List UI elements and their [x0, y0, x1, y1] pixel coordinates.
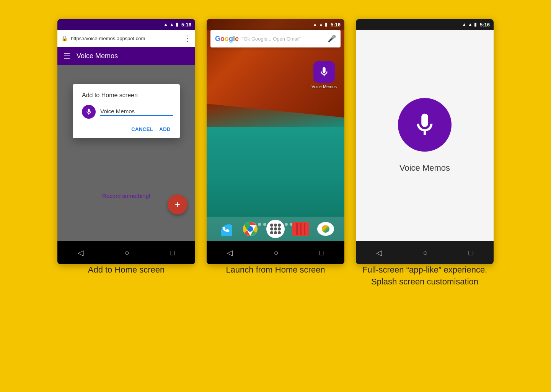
phone1-app-title: Voice Memos	[77, 52, 118, 60]
dialog-mic-icon	[82, 105, 96, 119]
battery-icon: ▮	[325, 22, 328, 27]
signal-icon: ▲	[462, 22, 466, 27]
add-button[interactable]: ADD	[159, 126, 171, 132]
phone1-time: 5:16	[181, 22, 191, 28]
phone1-url: https://voice-memos.appspot.com	[71, 36, 181, 41]
phone1-dialog: Add to Home screen CANCEL ADD	[73, 84, 180, 138]
battery-icon: ▮	[176, 22, 178, 27]
cancel-button[interactable]: CANCEL	[131, 126, 153, 132]
wifi-icon: ▲	[319, 22, 323, 27]
splash-app-name: Voice Memos	[399, 163, 450, 173]
fab-button[interactable]: +	[168, 194, 187, 214]
phone1: ▲ ▲ ▮ 5:16 🔒 https://voice-memos.appspot…	[57, 19, 195, 264]
back-icon[interactable]: ◁	[227, 248, 233, 257]
phone2-wrapper: ▲ ▲ ▮ 5:16 Google "Ok Google... Open Gma…	[207, 19, 344, 288]
google-search-text: "Ok Google... Open Gmail"	[242, 36, 324, 42]
phone3-status-bar: ▲ ▲ ▮ 5:16	[356, 19, 494, 30]
phone2-status-icons: ▲ ▲ ▮ 5:16	[313, 22, 341, 28]
menu-dots[interactable]: ⋮	[184, 34, 191, 43]
google-logo: Google	[215, 35, 239, 43]
hamburger-icon[interactable]: ☰	[64, 51, 70, 60]
voice-memos-icon-label: Voice Memos	[311, 84, 337, 89]
phone3-caption: Full-screen “app-like” experience. Splas…	[356, 264, 494, 288]
dialog-buttons: CANCEL ADD	[82, 126, 171, 132]
phone1-app-bar: ☰ Voice Memos	[57, 47, 195, 65]
phone1-browser-bar: 🔒 https://voice-memos.appspot.com ⋮	[57, 30, 195, 47]
phone1-wrapper: ▲ ▲ ▮ 5:16 🔒 https://voice-memos.appspot…	[57, 19, 195, 288]
phone1-status-icons: ▲ ▲ ▮ 5:16	[163, 22, 191, 28]
google-mic-icon[interactable]: 🎤	[328, 34, 336, 43]
phone1-caption: Add to Home screen	[57, 264, 195, 276]
phone2-nav-bar: ◁ ○ □	[207, 241, 344, 264]
splash-content: Voice Memos	[356, 30, 494, 241]
phone1-content-area: Add to Home screen CANCEL ADD	[57, 65, 195, 241]
phone3: ▲ ▲ ▮ 5:16 Voice Memos ◁ ○	[356, 19, 494, 264]
recent-icon[interactable]: □	[170, 248, 174, 257]
voice-memos-icon-circle	[313, 61, 335, 83]
record-text: Record something!	[102, 193, 150, 199]
phone2: ▲ ▲ ▮ 5:16 Google "Ok Google... Open Gma…	[207, 19, 344, 264]
dock-video-icon[interactable]	[292, 220, 310, 238]
dialog-input-row	[82, 105, 171, 119]
battery-icon: ▮	[474, 22, 477, 27]
home-icon[interactable]: ○	[423, 248, 427, 257]
voice-memos-home-icon[interactable]: Voice Memos	[311, 61, 337, 89]
phone3-nav-bar: ◁ ○ □	[356, 241, 494, 264]
wifi-icon: ▲	[170, 22, 174, 27]
dock-chrome-icon[interactable]	[241, 220, 259, 238]
phone2-caption: Launch from Home screen	[207, 264, 344, 276]
dialog-input[interactable]	[100, 108, 173, 116]
back-icon[interactable]: ◁	[376, 248, 382, 257]
home-icon[interactable]: ○	[124, 248, 129, 257]
phone2-status-bar: ▲ ▲ ▮ 5:16	[207, 19, 344, 30]
phone2-google-bar[interactable]: Google "Ok Google... Open Gmail" 🎤	[210, 30, 341, 47]
phones-row: ▲ ▲ ▮ 5:16 🔒 https://voice-memos.appspot…	[57, 0, 494, 296]
phone2-wallpaper	[207, 19, 344, 241]
splash-mic-circle	[398, 98, 452, 152]
recent-icon[interactable]: □	[468, 248, 473, 257]
wifi-icon: ▲	[468, 22, 473, 27]
dialog-title: Add to Home screen	[82, 92, 171, 99]
phone3-time: 5:16	[480, 22, 490, 28]
phone1-status-bar: ▲ ▲ ▮ 5:16	[57, 19, 195, 30]
phone3-wrapper: ▲ ▲ ▮ 5:16 Voice Memos ◁ ○	[356, 19, 494, 288]
dock-camera-icon[interactable]	[316, 220, 335, 238]
back-icon[interactable]: ◁	[78, 248, 83, 257]
dock-phone-icon[interactable]	[216, 220, 235, 238]
phone1-nav-bar: ◁ ○ □	[57, 241, 195, 264]
phone2-dock	[207, 217, 344, 241]
phone3-status-icons: ▲ ▲ ▮ 5:16	[462, 22, 490, 28]
lock-icon: 🔒	[61, 35, 68, 41]
fab-plus-icon: +	[175, 199, 180, 210]
signal-icon: ▲	[313, 22, 317, 27]
phone2-time: 5:16	[331, 22, 341, 28]
dock-apps-icon[interactable]	[266, 220, 285, 238]
signal-icon: ▲	[163, 22, 168, 27]
recent-icon[interactable]: □	[319, 248, 324, 257]
home-icon[interactable]: ○	[274, 248, 278, 257]
